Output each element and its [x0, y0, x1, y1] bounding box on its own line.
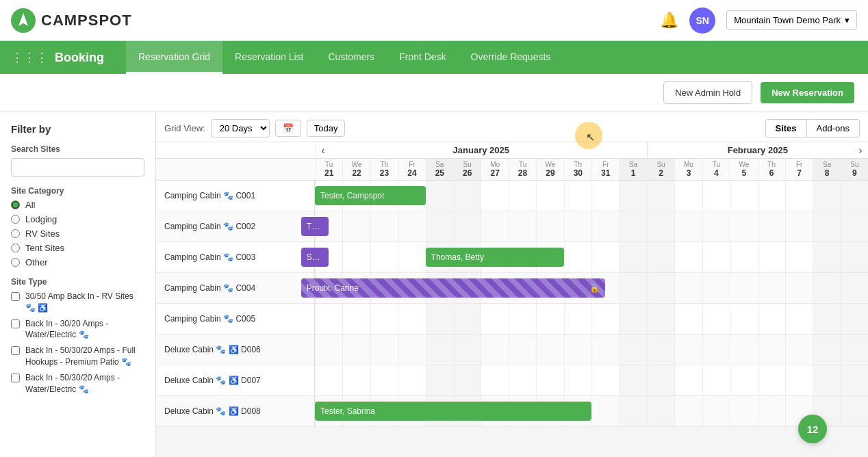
bell-icon[interactable]: 🔔 — [660, 12, 678, 29]
table-row: Camping Cabin 🐾 C005 — [156, 304, 868, 335]
category-rv-sites[interactable]: RV Sites — [11, 228, 144, 239]
grid-icon: ⋮⋮⋮ — [11, 50, 48, 65]
table-row: Deluxe Cabin 🐾 ♿ D006 — [156, 335, 868, 365]
site-label: Camping Cabin 🐾 C003 — [156, 242, 315, 272]
grid-view-label: Grid View: — [164, 123, 205, 133]
calendar-picker-button[interactable]: 📅 — [275, 120, 301, 137]
reservation-block[interactable]: S… — [301, 248, 329, 267]
badge-count: 12 — [807, 423, 819, 435]
day-header-31: Fr31 — [591, 159, 619, 180]
tab-sites[interactable]: Sites — [765, 119, 807, 138]
site-label: Camping Cabin 🐾 C002 — [156, 211, 315, 241]
park-name: Mountain Town Demo Park — [734, 15, 841, 25]
february-label: February 2025 — [728, 142, 788, 158]
month-headers: ‹ January 2025 February 2025 › — [156, 142, 868, 159]
day-headers: Tu21We22Th23Fr24Sa25Su26Mo27Tu28We29Th30… — [156, 159, 868, 181]
table-row: Deluxe Cabin 🐾 ♿ D008Tester, Sabrina — [156, 396, 868, 427]
day-header-8: Sa8 — [813, 159, 840, 180]
top-bar: CAMPSPOT 🔔 SN Mountain Town Demo Park ▾ — [0, 0, 868, 41]
day-header-22: We22 — [342, 159, 370, 180]
day-header-2: Su2 — [647, 159, 674, 180]
january-label: January 2025 — [453, 142, 509, 158]
category-tent-sites[interactable]: Tent Sites — [11, 243, 144, 253]
day-header-29: We29 — [536, 159, 563, 180]
new-admin-hold-button[interactable]: New Admin Hold — [663, 81, 752, 104]
day-header-26: Su26 — [453, 159, 481, 180]
site-category-group: All Lodging RV Sites Tent Sites Other — [11, 200, 144, 267]
category-all[interactable]: All — [11, 200, 144, 210]
reservation-block[interactable]: Tester, Campspot — [315, 186, 426, 205]
grid-area: Grid View: 20 Days 📅 Today Sites Add-ons… — [156, 112, 868, 457]
grid-cells — [315, 335, 868, 365]
category-other[interactable]: Other — [11, 257, 144, 267]
day-header-25: Sa25 — [426, 159, 453, 180]
table-row: Camping Cabin 🐾 C004Proulx, Carine🔒 — [156, 273, 868, 304]
top-right: 🔔 SN Mountain Town Demo Park ▾ — [660, 8, 857, 34]
map-badge[interactable]: 12 — [798, 415, 827, 443]
logo-area: CAMPSPOT — [11, 8, 132, 33]
avatar[interactable]: SN — [689, 8, 715, 34]
prev-month-button[interactable]: ‹ — [316, 142, 331, 158]
days-row: Tu21We22Th23Fr24Sa25Su26Mo27Tu28We29Th30… — [315, 159, 868, 180]
reservation-block[interactable]: Thomas, Betty — [426, 248, 564, 267]
site-type-3[interactable]: Back In - 50/30/20 Amps - Full Hookups -… — [11, 345, 144, 368]
reservation-block[interactable]: T… — [301, 217, 329, 236]
nav-reservation-list[interactable]: Reservation List — [222, 41, 316, 74]
grid-view-select[interactable]: 20 Days — [211, 119, 270, 138]
day-header-21: Tu21 — [315, 159, 342, 180]
site-label: Deluxe Cabin 🐾 ♿ D007 — [156, 365, 315, 395]
search-sites-input[interactable] — [11, 158, 144, 177]
category-lodging[interactable]: Lodging — [11, 214, 144, 224]
site-label: Deluxe Cabin 🐾 ♿ D006 — [156, 335, 315, 365]
search-sites-label: Search Sites — [11, 144, 144, 154]
filter-title: Filter by — [11, 123, 144, 135]
table-row: Camping Cabin 🐾 C003S…Thomas, Betty — [156, 242, 868, 273]
day-header-7: Fr7 — [785, 159, 813, 180]
day-header-6: Th6 — [758, 159, 785, 180]
park-selector[interactable]: Mountain Town Demo Park ▾ — [726, 10, 857, 30]
nav-customers[interactable]: Customers — [316, 41, 387, 74]
table-row: Deluxe Cabin 🐾 ♿ D007 — [156, 365, 868, 396]
grid-rows: Camping Cabin 🐾 C001Tester, CampspotCamp… — [156, 181, 868, 457]
site-category-label: Site Category — [11, 186, 144, 196]
table-row: Camping Cabin 🐾 C001Tester, Campspot — [156, 181, 868, 211]
grid-cells: S…Thomas, Betty — [315, 242, 868, 272]
grid-cells: Tester, Sabrina — [315, 396, 868, 426]
site-type-2[interactable]: Back In - 30/20 Amps - Water/Electric 🐾 — [11, 318, 144, 341]
site-label: Camping Cabin 🐾 C004 — [156, 273, 315, 303]
reservation-block[interactable]: Proulx, Carine🔒 — [301, 278, 605, 298]
site-label: Camping Cabin 🐾 C001 — [156, 181, 315, 211]
sidebar: Filter by Search Sites Site Category All… — [0, 112, 156, 457]
day-header-27: Mo27 — [481, 159, 508, 180]
sites-addons-tabs: Sites Add-ons — [765, 119, 860, 138]
table-row: Camping Cabin 🐾 C002T… — [156, 211, 868, 242]
day-header-1: Sa1 — [619, 159, 646, 180]
next-month-button[interactable]: › — [853, 142, 868, 158]
day-spacer — [156, 159, 315, 180]
grid-cells: Proulx, Carine🔒 — [315, 273, 868, 303]
tab-addons[interactable]: Add-ons — [807, 119, 860, 138]
today-button[interactable]: Today — [307, 120, 346, 137]
site-label: Camping Cabin 🐾 C005 — [156, 304, 315, 334]
reservation-block[interactable]: Tester, Sabrina — [315, 402, 591, 421]
grid-cells — [315, 304, 868, 334]
day-header-3: Mo3 — [674, 159, 702, 180]
grid-cells — [315, 365, 868, 395]
day-header-9: Su9 — [841, 159, 868, 180]
grid-cells: T… — [315, 211, 868, 241]
campspot-logo-icon — [11, 8, 36, 33]
chevron-down-icon: ▾ — [845, 15, 850, 25]
logo-text: CAMPSPOT — [41, 12, 132, 29]
action-bar: New Admin Hold New Reservation — [0, 74, 868, 112]
new-reservation-button[interactable]: New Reservation — [761, 82, 854, 103]
day-header-4: Tu4 — [702, 159, 730, 180]
nav-override-requests[interactable]: Override Requests — [459, 41, 563, 74]
nav-title: Booking — [55, 51, 104, 65]
grid-view-control: Grid View: 20 Days 📅 Today — [164, 119, 345, 138]
nav-reservation-grid[interactable]: Reservation Grid — [126, 41, 222, 74]
nav-front-desk[interactable]: Front Desk — [387, 41, 458, 74]
site-type-4[interactable]: Back In - 50/30/20 Amps - Water/Electric… — [11, 372, 144, 395]
nav-bar: ⋮⋮⋮ Booking Reservation Grid Reservation… — [0, 41, 868, 74]
site-type-1[interactable]: 30/50 Amp Back In - RV Sites 🐾 ♿ — [11, 291, 144, 314]
day-header-23: Th23 — [370, 159, 398, 180]
